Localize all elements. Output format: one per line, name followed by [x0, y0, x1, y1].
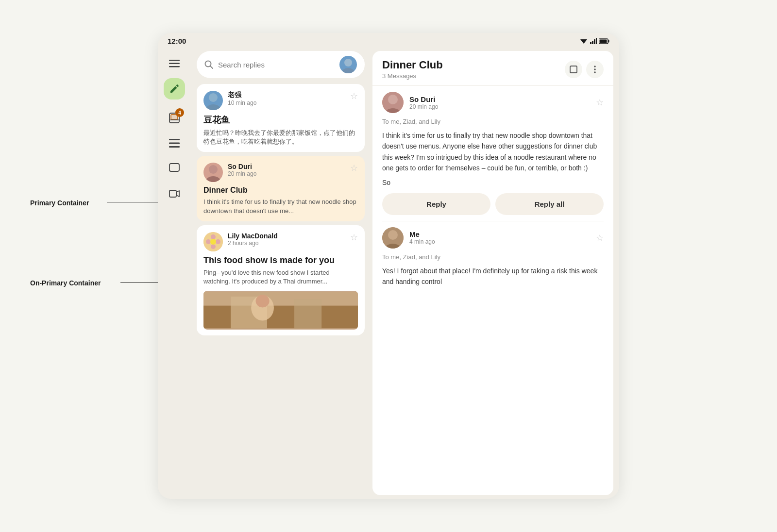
- message-sender-1: So Duri: [409, 95, 438, 103]
- svg-line-22: [210, 66, 213, 68]
- svg-rect-3: [594, 39, 595, 44]
- email-header-1: 老强 10 min ago ☆: [203, 91, 358, 110]
- detail-panel: Dinner Club 3 Messages: [372, 51, 613, 495]
- detail-header: Dinner Club 3 Messages: [372, 51, 613, 86]
- sidebar-inbox-icon[interactable]: 4: [164, 107, 185, 129]
- email-time-1: 10 min ago: [228, 100, 345, 106]
- email-meta-3: Lily MacDonald 2 hours ago: [228, 232, 345, 247]
- svg-point-43: [594, 68, 596, 70]
- svg-point-32: [206, 239, 211, 244]
- svg-point-46: [388, 95, 398, 104]
- email-item-laoquiang[interactable]: 老强 10 min ago ☆ 豆花鱼 最近忙吗？昨晚我去了你最爱的那家饭馆，点…: [197, 84, 365, 152]
- svg-rect-6: [608, 40, 609, 42]
- user-avatar: [339, 56, 357, 73]
- svg-rect-1: [590, 42, 591, 44]
- sidebar-list-icon[interactable]: [164, 133, 185, 154]
- email-header-2: So Duri 20 min ago ☆: [203, 163, 358, 182]
- sidebar-menu-icon[interactable]: [164, 53, 185, 74]
- search-input[interactable]: [218, 61, 335, 69]
- star-icon-2[interactable]: ☆: [350, 163, 358, 173]
- svg-point-26: [206, 104, 220, 110]
- reply-button[interactable]: Reply: [382, 193, 490, 215]
- svg-rect-16: [169, 143, 180, 144]
- app-content: 4: [158, 47, 619, 499]
- email-time-3: 2 hours ago: [228, 240, 345, 247]
- svg-point-49: [388, 230, 398, 240]
- primary-container-label: Primary Container: [30, 199, 89, 207]
- status-bar: 12:00: [158, 33, 619, 47]
- inbox-badge: 4: [175, 108, 184, 117]
- email-subject-2: Dinner Club: [203, 186, 358, 195]
- message-header-1: So Duri 20 min ago ☆: [382, 92, 604, 113]
- phone-frame: 12:00: [158, 33, 619, 499]
- svg-rect-38: [294, 299, 321, 329]
- message-star-1[interactable]: ☆: [596, 97, 604, 108]
- svg-rect-4: [596, 38, 597, 44]
- sidebar: 4: [158, 47, 191, 499]
- email-sender-1: 老强: [228, 91, 345, 100]
- status-time: 12:00: [168, 37, 186, 45]
- message-time-2: 4 min ago: [409, 238, 435, 245]
- svg-point-27: [209, 165, 218, 174]
- email-header-3: Lily MacDonald 2 hours ago ☆: [203, 232, 358, 251]
- star-icon-3[interactable]: ☆: [350, 232, 358, 243]
- svg-point-40: [256, 295, 270, 307]
- svg-rect-10: [169, 66, 180, 67]
- search-bar[interactable]: [197, 51, 365, 78]
- detail-expand-button[interactable]: [565, 61, 582, 78]
- email-image-thumb: [203, 291, 358, 330]
- email-avatar-3: [203, 232, 223, 251]
- message-card-1: So Duri 20 min ago ☆ To me, Ziad, and Li…: [382, 92, 604, 221]
- battery-icon: [599, 38, 609, 44]
- email-avatar-2: [203, 163, 223, 182]
- message-star-2[interactable]: ☆: [596, 233, 604, 243]
- email-meta-2: So Duri 20 min ago: [228, 163, 345, 177]
- email-sender-2: So Duri: [228, 163, 345, 170]
- message-recipients-1: To me, Ziad, and Lily: [382, 118, 604, 125]
- email-sender-3: Lily MacDonald: [228, 232, 345, 240]
- email-item-soduri[interactable]: So Duri 20 min ago ☆ Dinner Club I think…: [197, 156, 365, 221]
- primary-container-line: [107, 202, 165, 202]
- svg-point-30: [211, 234, 216, 239]
- pencil-icon: [169, 84, 179, 94]
- message-sender-2: Me: [409, 230, 435, 238]
- email-preview-1: 最近忙吗？昨晚我去了你最爱的那家饭馆，点了他们的特色豆花鱼，吃着吃着就想你了。: [203, 129, 358, 146]
- message-time-1: 20 min ago: [409, 103, 438, 110]
- email-preview-2: I think it's time for us to finally try …: [203, 198, 358, 215]
- search-icon: [204, 60, 213, 69]
- message-signature-1: So: [382, 179, 604, 186]
- email-preview-3: Ping– you'd love this new food show I st…: [203, 268, 358, 286]
- svg-rect-17: [169, 146, 180, 148]
- email-avatar-1: [203, 91, 223, 110]
- svg-rect-18: [169, 164, 179, 171]
- detail-title: Dinner Club: [382, 59, 443, 71]
- svg-point-28: [206, 176, 220, 182]
- sidebar-video-icon[interactable]: [164, 183, 185, 204]
- svg-marker-20: [176, 191, 179, 197]
- sidebar-chat-icon[interactable]: [164, 158, 185, 179]
- wifi-icon: [579, 38, 588, 44]
- svg-point-24: [342, 68, 355, 73]
- message-card-2: Me 4 min ago ☆ To me, Ziad, and Lily Yes…: [382, 227, 604, 293]
- svg-point-34: [210, 239, 216, 245]
- svg-rect-15: [169, 139, 180, 140]
- detail-header-actions: [565, 61, 604, 78]
- detail-count: 3 Messages: [382, 72, 443, 80]
- signal-icon: [590, 38, 597, 44]
- sidebar-compose-icon[interactable]: [164, 78, 185, 100]
- star-icon-1[interactable]: ☆: [350, 91, 358, 101]
- email-item-lily[interactable]: Lily MacDonald 2 hours ago ☆ This food s…: [197, 225, 365, 335]
- svg-point-42: [594, 66, 596, 67]
- svg-rect-41: [570, 66, 577, 73]
- email-subject-3: This food show is made for you: [203, 255, 358, 266]
- reply-actions: Reply Reply all: [382, 193, 604, 215]
- message-body-1: I think it's time for us to finally try …: [382, 130, 604, 174]
- svg-rect-2: [592, 41, 593, 44]
- detail-more-button[interactable]: [586, 61, 604, 78]
- reply-all-button[interactable]: Reply all: [495, 193, 604, 215]
- message-header-2: Me 4 min ago ☆: [382, 227, 604, 249]
- status-icons: [579, 38, 609, 44]
- email-subject-1: 豆花鱼: [203, 114, 358, 126]
- svg-rect-8: [169, 60, 180, 61]
- email-meta-1: 老强 10 min ago: [228, 91, 345, 106]
